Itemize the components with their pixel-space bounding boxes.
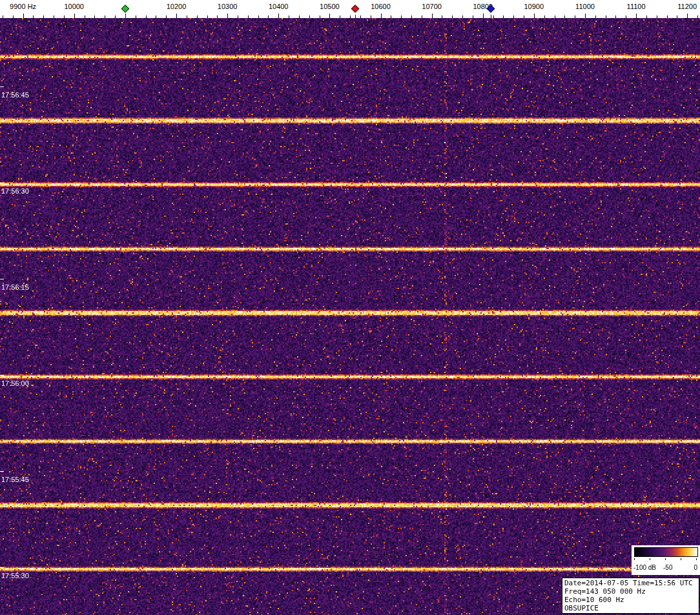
freq-tick-label: 11000 <box>575 3 595 10</box>
green-marker[interactable] <box>121 5 130 13</box>
time-tick <box>0 183 4 183</box>
frequency-axis: 9900 Hz100001020010300104001050010600107… <box>0 0 700 18</box>
colorbar-legend: -100 dB -50 0 <box>632 545 700 575</box>
time-tick-label: 17:55:30 <box>1 572 29 580</box>
time-tick <box>0 279 4 279</box>
legend-min-label: -100 dB <box>633 564 656 571</box>
major-tick <box>483 14 484 18</box>
major-tick <box>636 14 637 18</box>
info-line-echo: Echo=10 600 Hz <box>564 596 697 604</box>
major-tick <box>329 14 330 18</box>
info-line-date: Date=2014-07-05 Time=15:56 UTC <box>564 579 697 587</box>
freq-tick-label: 10400 <box>269 3 289 10</box>
waterfall-display-window: 9900 Hz100001020010300104001050010600107… <box>0 0 700 615</box>
freq-tick-label: 10900 <box>524 3 544 10</box>
status-info-box: Date=2014-07-05 Time=15:56 UTC Freq=143 … <box>562 578 699 614</box>
time-tick <box>0 567 4 568</box>
colorbar-gradient <box>634 547 698 557</box>
red-marker[interactable] <box>351 5 360 13</box>
legend-tick <box>681 558 681 560</box>
major-tick <box>23 14 24 18</box>
time-tick-label: 17:56:00 <box>1 379 29 387</box>
freq-tick-label: 11100 <box>627 3 646 10</box>
freq-tick-label: 10200 <box>167 3 187 10</box>
freq-tick-label: 10000 <box>64 3 84 10</box>
time-tick <box>0 471 4 472</box>
major-tick <box>687 14 688 18</box>
time-tick-label: 17:56:45 <box>1 91 29 99</box>
freq-tick-label: 9900 Hz <box>10 3 36 10</box>
time-tick-label: 17:56:30 <box>1 187 29 195</box>
major-tick <box>176 14 177 18</box>
major-tick <box>432 14 433 18</box>
legend-mid-label: -50 <box>663 564 672 571</box>
legend-tick <box>665 558 666 560</box>
major-tick <box>585 14 586 18</box>
legend-tick <box>650 558 650 560</box>
major-tick <box>74 14 75 18</box>
colorbar-labels: -100 dB -50 0 <box>632 562 700 574</box>
major-tick <box>278 14 279 18</box>
freq-tick-label: 11200 <box>677 3 697 10</box>
legend-max-label: 0 <box>694 564 697 571</box>
time-tick-label: 17:56:15 <box>1 283 29 291</box>
time-tick <box>0 86 4 87</box>
legend-tick <box>696 558 697 560</box>
time-tick-label: 17:55:45 <box>1 476 29 483</box>
freq-tick-label: 10500 <box>320 3 340 10</box>
freq-tick-label: 10600 <box>371 3 391 10</box>
major-tick <box>227 14 228 18</box>
time-tick <box>0 375 4 376</box>
info-line-freq: Freq=143 050 000 Hz <box>564 587 697 596</box>
legend-tick <box>634 558 635 560</box>
major-tick <box>381 14 382 18</box>
waterfall-area: 17:56:4517:56:3017:56:1517:56:0017:55:45… <box>0 18 700 615</box>
freq-tick-label: 10700 <box>422 3 442 10</box>
freq-tick-label: 10300 <box>218 3 238 10</box>
spectrogram-canvas[interactable] <box>0 18 700 615</box>
info-line-station: OBSUPICE <box>564 604 697 612</box>
major-tick <box>534 14 535 18</box>
